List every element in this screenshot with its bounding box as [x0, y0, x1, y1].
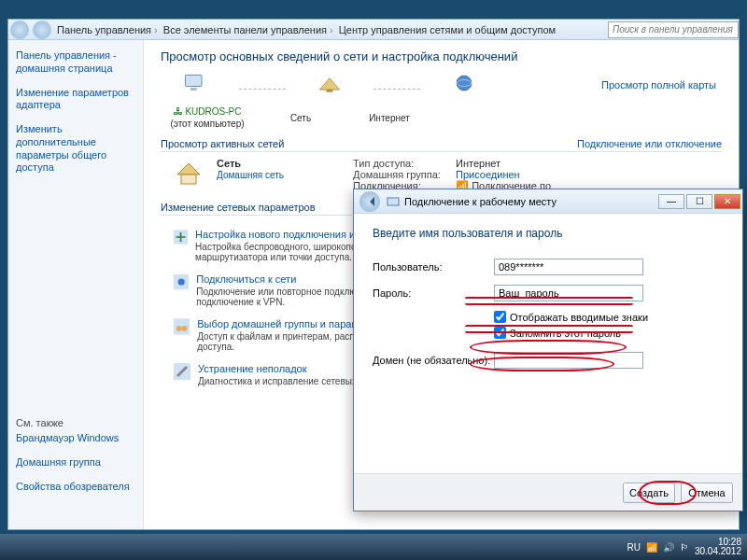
- kv-access-l: Тип доступа:: [353, 158, 456, 169]
- sidebar: Панель управления - домашняя страница Из…: [8, 40, 144, 529]
- crumb-mid[interactable]: Все элементы панели управления: [163, 24, 327, 35]
- svg-rect-1: [190, 88, 197, 91]
- language-indicator[interactable]: RU: [627, 542, 640, 553]
- house-icon: [174, 158, 204, 188]
- username-input[interactable]: [494, 259, 643, 275]
- svg-rect-15: [388, 198, 399, 205]
- svg-point-13: [182, 326, 188, 331]
- password-label: Пароль:: [373, 287, 494, 299]
- sidebar-advanced-sharing[interactable]: Изменить дополнительные параметры общего…: [16, 123, 135, 175]
- kv-hg-l: Домашняя группа:: [353, 169, 456, 180]
- active-net-name: Сеть: [217, 158, 284, 169]
- pc-name: KUDROS-PC: [185, 106, 241, 117]
- page-title: Просмотр основных сведений о сети и наст…: [161, 49, 722, 63]
- task-link[interactable]: Подключиться к сети: [196, 273, 296, 285]
- username-label: Пользователь:: [373, 261, 494, 273]
- pc-subtitle: (этот компьютер): [170, 119, 245, 129]
- nav-back-button[interactable]: [10, 21, 29, 39]
- clock[interactable]: 10:28 30.04.2012: [695, 538, 741, 557]
- net-label: Сеть: [273, 113, 329, 123]
- close-button[interactable]: ✕: [714, 194, 740, 209]
- vpn-wizard-dialog: Подключение к рабочему месту — ☐ ✕ Введи…: [353, 189, 743, 511]
- network-icon: [314, 73, 345, 105]
- active-net-type[interactable]: Домашняя сеть: [217, 170, 284, 180]
- tray-sound-icon[interactable]: 🔊: [663, 542, 674, 553]
- sidebar-ie-props[interactable]: Свойства обозревателя: [16, 481, 135, 494]
- network-params-title: Изменение сетевых параметров: [161, 202, 316, 213]
- domain-label: Домен (не обязательно):: [373, 355, 494, 366]
- svg-rect-11: [174, 318, 190, 334]
- full-map-link[interactable]: Просмотр полной карты: [601, 79, 716, 91]
- kv-hg-v[interactable]: Присоединен: [456, 169, 520, 180]
- minimize-button[interactable]: —: [658, 194, 684, 209]
- maximize-button[interactable]: ☐: [686, 194, 712, 209]
- show-chars-label: Отображать вводимые знаки: [510, 312, 648, 323]
- wizard-titlebar[interactable]: Подключение к рабочему месту — ☐ ✕: [354, 189, 742, 214]
- task-link[interactable]: Устранение неполадок: [198, 363, 307, 374]
- remember-label: Запомнить этот пароль: [510, 328, 621, 339]
- create-button[interactable]: Создать: [623, 483, 675, 503]
- svg-point-10: [178, 278, 185, 285]
- kv-access-v: Интернет: [456, 158, 500, 169]
- show-chars-checkbox[interactable]: [494, 311, 506, 323]
- crumb-leaf[interactable]: Центр управления сетями и общим доступом: [339, 24, 556, 35]
- wizard-heading: Введите имя пользователя и пароль: [373, 227, 724, 240]
- svg-rect-3: [327, 90, 333, 92]
- svg-point-12: [176, 326, 182, 331]
- tray-network-icon[interactable]: 📶: [646, 542, 657, 553]
- wizard-icon: [386, 194, 401, 209]
- active-networks-title: Просмотр активных сетей: [161, 138, 284, 149]
- wizard-title: Подключение к рабочему месту: [404, 196, 656, 207]
- svg-rect-0: [186, 75, 203, 86]
- sidebar-home[interactable]: Панель управления - домашняя страница: [16, 49, 135, 76]
- wizard-back-button[interactable]: [359, 191, 380, 212]
- domain-input[interactable]: [494, 352, 643, 369]
- sidebar-adapter-settings[interactable]: Изменение параметров адаптера: [16, 87, 135, 113]
- taskbar[interactable]: RU 📶 🔊 🏳 10:28 30.04.2012: [0, 534, 747, 560]
- tray-flag-icon[interactable]: 🏳: [680, 542, 689, 553]
- internet-label: Интернет: [357, 113, 422, 123]
- svg-marker-2: [320, 78, 340, 90]
- svg-marker-6: [177, 163, 200, 175]
- password-input[interactable]: [494, 285, 643, 301]
- this-pc-icon: [179, 73, 211, 105]
- svg-point-4: [457, 76, 472, 91]
- svg-rect-7: [181, 175, 196, 184]
- crumb-root[interactable]: Панель управления: [57, 24, 151, 35]
- see-also-label: См. также: [16, 417, 135, 428]
- connect-disconnect-link[interactable]: Подключение или отключение: [577, 138, 722, 149]
- address-bar: Панель управления› Все элементы панели у…: [8, 20, 739, 40]
- cancel-button[interactable]: Отмена: [681, 483, 733, 503]
- remember-checkbox[interactable]: [494, 327, 506, 339]
- clock-date: 30.04.2012: [695, 547, 741, 557]
- breadcrumb[interactable]: Панель управления› Все элементы панели у…: [53, 24, 559, 35]
- nav-forward-button[interactable]: [33, 21, 51, 39]
- internet-icon: [448, 73, 480, 105]
- sidebar-firewall[interactable]: Брандмауэр Windows: [16, 432, 135, 445]
- sidebar-homegroup[interactable]: Домашняя группа: [16, 456, 135, 469]
- search-input[interactable]: [608, 21, 739, 38]
